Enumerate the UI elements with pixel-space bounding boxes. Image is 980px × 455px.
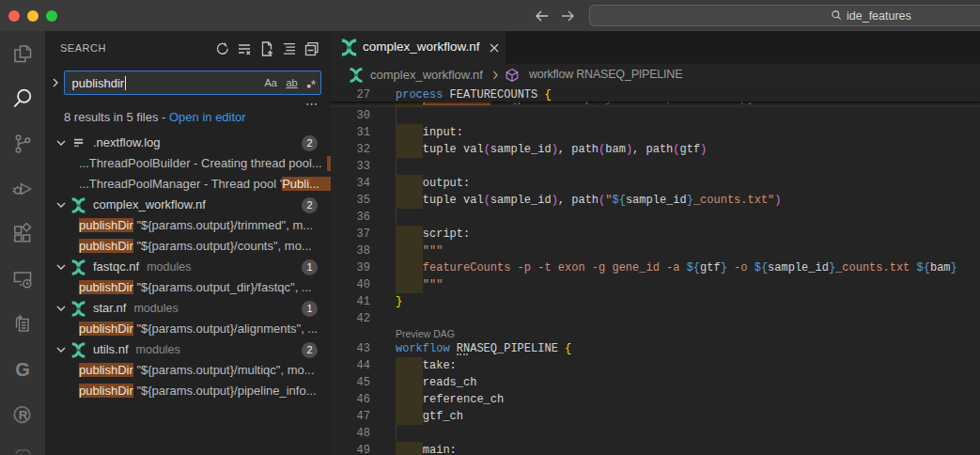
svg-text:R: R xyxy=(19,408,28,422)
svg-text:G: G xyxy=(15,359,30,380)
